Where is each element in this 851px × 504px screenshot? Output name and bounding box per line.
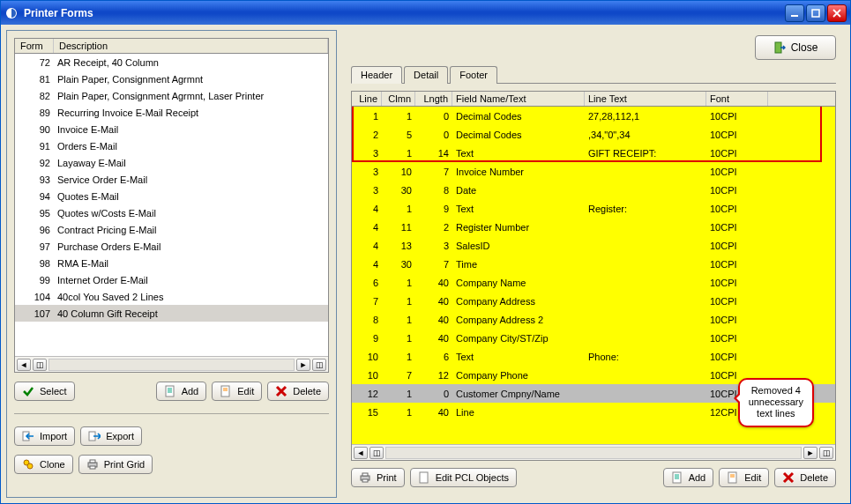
page-icon	[671, 471, 683, 484]
form-cell: 96	[15, 225, 54, 235]
form-cell: 107	[15, 308, 54, 319]
grid-body[interactable]: 110Decimal Codes27,28,112,110CPI250Decim…	[352, 107, 835, 444]
form-list-row[interactable]: 94Quotes E-Mail	[15, 188, 328, 204]
col-form[interactable]: Form	[15, 39, 54, 53]
delete-x-icon	[782, 471, 795, 484]
col-field[interactable]: Field Name/Text	[452, 92, 585, 106]
edit-pcl-button[interactable]: Edit PCL Objects	[410, 468, 517, 487]
left-pane: Form Description 72AR Receipt, 40 Column…	[6, 30, 337, 498]
form-cell: 81	[15, 74, 54, 85]
grid-row[interactable]: 4133SalesID10CPI	[352, 236, 835, 255]
grid-scroll-left[interactable]: ◄	[354, 447, 368, 459]
form-list-row[interactable]: 90Invoice E-Mail	[15, 121, 328, 137]
select-button[interactable]: Select	[14, 382, 75, 401]
grid-row[interactable]: 419TextRegister:10CPI	[352, 199, 835, 218]
form-list-row[interactable]: 10440col You Saved 2 Lines	[15, 288, 328, 305]
desc-cell: Quotes w/Costs E-Mail	[54, 208, 328, 219]
grid-scroll-col-2[interactable]: ◫	[819, 447, 833, 459]
print-button[interactable]: Print	[351, 468, 405, 487]
col-lngth[interactable]: Lngth	[415, 92, 452, 106]
desc-cell: 40col You Saved 2 Lines	[54, 292, 328, 302]
form-list-row[interactable]: 82Plain Paper, Consignment Agrmnt, Laser…	[15, 87, 328, 104]
form-list-row[interactable]: 97Purchase Orders E-Mail	[15, 238, 328, 255]
add-button[interactable]: Add	[156, 382, 207, 401]
close-button[interactable]: Close	[755, 35, 836, 60]
tab-detail[interactable]: Detail	[404, 66, 448, 84]
col-clmn[interactable]: Clmn	[382, 92, 415, 106]
form-list-row[interactable]: 91Orders E-Mail	[15, 137, 328, 154]
form-list-row[interactable]: 92Layaway E-Mail	[15, 154, 328, 171]
col-line[interactable]: Line	[352, 92, 382, 106]
form-list-body[interactable]: 72AR Receipt, 40 Column81Plain Paper, Co…	[15, 54, 328, 356]
desc-cell: 40 Column Gift Receipt	[54, 308, 328, 319]
col-description[interactable]: Description	[54, 39, 328, 53]
grid-scroll-right[interactable]: ►	[803, 447, 817, 459]
form-list-row[interactable]: 99Internet Order E-Mail	[15, 271, 328, 288]
scroll-track[interactable]	[49, 359, 295, 371]
grid-delete-button[interactable]: Delete	[774, 468, 836, 487]
printer-forms-window: Printer Forms Form Description 72AR Rece…	[0, 0, 851, 504]
clone-print-row: Clone Print Grid	[14, 455, 329, 474]
grid-row[interactable]: 3107Invoice Number10CPI	[352, 162, 835, 181]
desc-cell: Contract Pricing E-Mail	[54, 225, 328, 235]
form-list-hscroll[interactable]: ◄ ◫ ► ◫	[15, 356, 328, 372]
grid-scroll-track[interactable]	[385, 447, 802, 459]
window-close-button[interactable]	[827, 4, 847, 22]
page-edit-icon	[220, 385, 232, 397]
svg-rect-10	[90, 460, 95, 463]
form-list-row[interactable]: 98RMA E-Mail	[15, 255, 328, 271]
form-list-row[interactable]: 95Quotes w/Costs E-Mail	[15, 204, 328, 221]
scroll-col-button-2[interactable]: ◫	[312, 359, 326, 371]
grid-add-button[interactable]: Add	[663, 468, 714, 487]
grid-row[interactable]: 4112Register Number10CPI	[352, 218, 835, 236]
scroll-right-button[interactable]: ►	[296, 359, 310, 371]
grid-row[interactable]: 3308Date10CPI	[352, 181, 835, 199]
col-font[interactable]: Font	[706, 92, 768, 106]
form-cell: 91	[15, 141, 54, 152]
scroll-left-button[interactable]: ◄	[17, 359, 31, 371]
desc-cell: Invoice E-Mail	[54, 124, 328, 135]
form-cell: 89	[15, 107, 54, 118]
form-list-row[interactable]: 93Service Order E-Mail	[15, 171, 328, 188]
delete-x-icon	[275, 385, 287, 397]
export-button[interactable]: Export	[80, 426, 142, 446]
import-button[interactable]: Import	[14, 426, 75, 446]
grid-row[interactable]: 3114TextGIFT RECEIPT:10CPI	[352, 144, 835, 162]
edit-button[interactable]: Edit	[212, 382, 262, 401]
grid-row[interactable]: 1016TextPhone:10CPI	[352, 347, 835, 366]
form-list-row[interactable]: 96Contract Pricing E-Mail	[15, 221, 328, 238]
tab-header[interactable]: Header	[351, 66, 402, 84]
form-list-row[interactable]: 72AR Receipt, 40 Column	[15, 54, 328, 70]
minimize-button[interactable]	[785, 4, 804, 22]
print-grid-button[interactable]: Print Grid	[78, 455, 153, 474]
svg-point-8	[27, 463, 33, 469]
maximize-button[interactable]	[806, 4, 825, 22]
import-export-row: Import Export	[14, 426, 329, 446]
scroll-col-button[interactable]: ◫	[33, 359, 47, 371]
grid-row[interactable]: 8140Company Address 210CPI	[352, 310, 835, 329]
grid-row[interactable]: 250Decimal Codes,34,"0",3410CPI	[352, 125, 835, 144]
grid-edit-button[interactable]: Edit	[719, 468, 769, 487]
svg-rect-4	[221, 386, 229, 397]
titlebar[interactable]: Printer Forms	[1, 1, 850, 25]
desc-cell: RMA E-Mail	[54, 258, 328, 269]
page-icon	[418, 471, 430, 484]
form-list-row[interactable]: 81Plain Paper, Consignment Agrmnt	[15, 70, 328, 87]
clone-button[interactable]: Clone	[14, 455, 73, 474]
form-cell: 94	[15, 191, 54, 202]
tab-footer[interactable]: Footer	[450, 66, 497, 84]
grid-row[interactable]: 4307Time10CPI	[352, 255, 835, 273]
desc-cell: Layaway E-Mail	[54, 158, 328, 168]
desc-cell: Plain Paper, Consignment Agrmnt, Laser P…	[54, 91, 328, 101]
grid-hscroll[interactable]: ◄ ◫ ► ◫	[352, 444, 835, 460]
grid-scroll-col[interactable]: ◫	[370, 447, 384, 459]
col-linetext[interactable]: Line Text	[585, 92, 706, 106]
grid-row[interactable]: 9140Company City/ST/Zip10CPI	[352, 329, 835, 347]
form-list-row[interactable]: 10740 Column Gift Receipt	[15, 305, 328, 322]
form-list-row[interactable]: 89Recurring Invoice E-Mail Receipt	[15, 104, 328, 121]
form-list-buttons: Select Add Edit Delete	[14, 382, 329, 401]
grid-row[interactable]: 7140Company Address10CPI	[352, 292, 835, 310]
grid-row[interactable]: 6140Company Name10CPI	[352, 273, 835, 292]
delete-button[interactable]: Delete	[267, 382, 329, 401]
grid-row[interactable]: 110Decimal Codes27,28,112,110CPI	[352, 107, 835, 125]
